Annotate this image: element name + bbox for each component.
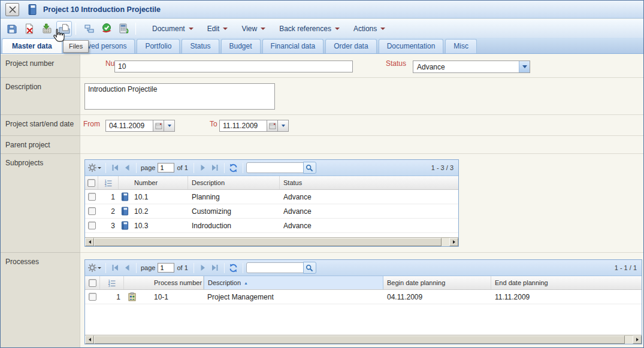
grid-search-button[interactable] (303, 262, 316, 274)
calculator-button[interactable] (116, 21, 132, 37)
record-count: 1 - 3 / 3 (431, 164, 455, 171)
to-date-field (219, 120, 289, 132)
column-header-label: Begin date planning (387, 279, 445, 286)
flow-button[interactable] (81, 21, 97, 37)
column-header[interactable]: Description ▲ (188, 176, 280, 189)
close-button[interactable] (5, 3, 19, 16)
prev-page-icon (124, 264, 130, 271)
column-header-label: End date planning (495, 279, 548, 286)
prev-page-button[interactable] (121, 162, 133, 174)
column-header[interactable]: Status ▲ (280, 176, 458, 189)
project-book-icon (119, 221, 131, 230)
chevron-down-icon (282, 125, 285, 129)
row-checkbox[interactable] (85, 193, 98, 201)
refresh-button[interactable] (228, 262, 240, 274)
table-row[interactable]: 3 10.3 Indroduction (85, 219, 458, 233)
prev-page-button[interactable] (121, 262, 133, 274)
scroll-left-button[interactable] (85, 335, 94, 344)
tab[interactable]: Status (182, 39, 219, 53)
menu-item[interactable]: Actions (348, 22, 391, 35)
table-row[interactable]: 2 10.2 Customizing (85, 204, 458, 219)
to-date-input[interactable] (219, 120, 267, 132)
to-calendar-button[interactable] (267, 120, 278, 132)
approve-icon (101, 23, 113, 34)
horizontal-scrollbar[interactable] (85, 237, 458, 246)
cell-status: Advance (280, 207, 458, 216)
tab[interactable]: Documentation (379, 39, 444, 53)
row-number-column-header[interactable]: 123 (98, 176, 119, 189)
form-row-subprojects: Subprojects (1, 154, 643, 253)
description-textarea[interactable]: Introduction Projectile (84, 83, 275, 110)
delete-button[interactable] (22, 21, 37, 37)
page-input[interactable] (158, 163, 174, 173)
menu-item[interactable]: Back references (274, 22, 345, 35)
scroll-right-button[interactable] (449, 238, 458, 246)
tab[interactable]: Financial data (262, 39, 324, 53)
cell-description: Indroduction (188, 222, 280, 230)
select-all-checkbox[interactable] (85, 176, 98, 189)
next-page-button[interactable] (197, 162, 209, 174)
first-page-button[interactable] (109, 262, 121, 274)
flow-icon (84, 23, 95, 34)
scrollbar-thumb[interactable] (94, 238, 442, 246)
last-page-icon (211, 164, 219, 171)
column-header[interactable]: Description ▲ (204, 276, 383, 289)
next-page-button[interactable] (197, 262, 209, 274)
prev-page-icon (124, 164, 130, 171)
first-page-button[interactable] (109, 162, 121, 174)
tab-bar: Master data Involved persons Portfolio S… (1, 38, 643, 54)
grid-search-input[interactable] (246, 262, 304, 273)
process-icon (124, 292, 150, 301)
row-number-column-header[interactable]: 123 (100, 276, 124, 289)
select-all-checkbox[interactable] (85, 276, 100, 289)
title-bar: Project 10 Introduction Projectile (1, 1, 643, 19)
column-header[interactable]: End date planning ▲ (491, 276, 642, 289)
from-dropdown-button[interactable] (164, 120, 175, 132)
subprojects-section-label: Subprojects (1, 154, 80, 253)
horizontal-scrollbar[interactable] (85, 335, 642, 344)
row-checkbox[interactable] (85, 222, 98, 229)
grid-search-input[interactable] (246, 162, 304, 173)
scrollbar-thumb[interactable] (94, 335, 625, 344)
approve-button[interactable] (99, 21, 114, 37)
from-date-input[interactable] (105, 120, 153, 132)
tab-label: Status (190, 42, 210, 50)
tab[interactable]: Portfolio (137, 39, 180, 53)
sort-asc-icon: ▲ (244, 281, 248, 285)
scroll-left-button[interactable] (85, 238, 94, 246)
tab[interactable]: Misc (445, 39, 477, 53)
column-header[interactable]: Begin date planning ▲ (383, 276, 491, 289)
row-checkbox[interactable] (85, 293, 100, 301)
column-header[interactable]: Number ▲ (131, 176, 188, 189)
subprojects-grid-header: 123 Number ▲ Description (85, 176, 458, 190)
status-dropdown-button[interactable] (519, 61, 530, 72)
menu-item[interactable]: Document (147, 22, 199, 35)
menu-item[interactable]: View (236, 22, 271, 35)
column-header[interactable]: Process number ▲ (150, 276, 204, 289)
application-window: Project 10 Introduction Projectile (0, 0, 644, 348)
page-label: page (141, 264, 155, 271)
grid-settings-button[interactable] (87, 163, 101, 173)
menu-item[interactable]: Edit (202, 22, 234, 35)
last-page-button[interactable] (209, 262, 221, 274)
scroll-right-button[interactable] (633, 335, 642, 344)
row-checkbox[interactable] (85, 207, 98, 215)
svg-text:3: 3 (105, 184, 107, 187)
tab[interactable]: Budget (221, 39, 261, 53)
last-page-button[interactable] (209, 162, 221, 174)
table-row[interactable]: 1 (85, 290, 642, 304)
page-input[interactable] (158, 263, 174, 273)
last-page-icon (211, 264, 219, 271)
status-select[interactable]: Advance (413, 60, 530, 73)
save-button[interactable] (4, 21, 20, 37)
from-calendar-button[interactable] (153, 120, 164, 132)
grid-settings-button[interactable] (87, 263, 101, 273)
column-header-label: Process number (154, 279, 202, 286)
to-dropdown-button[interactable] (278, 120, 289, 132)
tab[interactable]: Order data (325, 39, 376, 53)
numbered-list-icon: 123 (104, 179, 112, 187)
grid-search-button[interactable] (303, 162, 316, 174)
refresh-button[interactable] (228, 162, 240, 174)
table-row[interactable]: 1 10.1 Planning A (85, 190, 458, 204)
number-input[interactable] (114, 60, 353, 72)
